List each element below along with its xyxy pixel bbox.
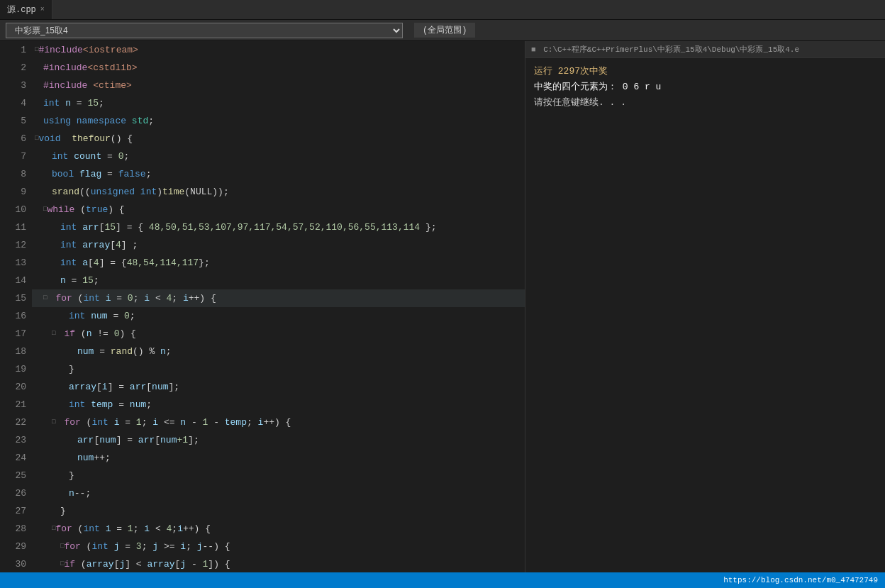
code-line-28: □ for (int i = 1; i < 4;i++) { (32, 520, 525, 538)
code-line-24: num++; (32, 449, 525, 467)
tab-filename: 源.cpp (7, 4, 36, 16)
code-line-21: int temp = num; (32, 396, 525, 414)
code-lines: □ #include<iostream> #include<cstdlib> #… (32, 41, 525, 572)
code-line-18: num = rand() % n; (32, 343, 525, 360)
code-line-12: int array[4] ; (32, 236, 525, 254)
code-line-20: array[i] = arr[num]; (32, 378, 525, 396)
terminal-panel: ■ C:\C++程序&C++PrimerPlus\中彩票_15取4\Debug\… (525, 41, 885, 572)
source-file-tab[interactable]: 源.cpp × (0, 0, 52, 19)
code-line-6: □ void thefour() { (32, 130, 525, 148)
tab-bar: 源.cpp × (0, 0, 885, 20)
fold-15[interactable]: □ (43, 289, 47, 307)
code-line-7: int count = 0; (32, 148, 525, 165)
code-line-23: arr[num] = arr[num+1]; (32, 431, 525, 449)
terminal-icon: ■ (531, 45, 536, 54)
code-line-4: int n = 15; (32, 94, 525, 112)
code-line-3: #include <ctime> (32, 77, 525, 94)
code-line-5: using namespace std; (32, 112, 525, 130)
fold-22[interactable]: □ (52, 414, 55, 431)
file-dropdown[interactable]: 中彩票_15取4 (6, 23, 403, 38)
code-line-17: □ if (n != 0) { (32, 325, 525, 343)
code-line-8: bool flag = false; (32, 165, 525, 183)
code-line-27: } (32, 502, 525, 520)
main-area: 1 2 3 4 5 6 7 8 9 10 11 12 13 14 15 16 1… (0, 41, 885, 572)
code-line-30: □ if (array[j] < array[j - 1]) { (32, 555, 525, 572)
code-line-19: } (32, 360, 525, 378)
code-line-14: n = 15; (32, 272, 525, 289)
code-line-13: int a[4] = {48,54,114,117}; (32, 254, 525, 272)
fold-17[interactable]: □ (52, 325, 55, 343)
terminal-header: ■ C:\C++程序&C++PrimerPlus\中彩票_15取4\Debug\… (525, 41, 885, 58)
scope-dropdown[interactable]: (全局范围) (414, 23, 475, 38)
code-line-1: □ #include<iostream> (32, 41, 525, 59)
code-content: 1 2 3 4 5 6 7 8 9 10 11 12 13 14 15 16 1… (0, 41, 525, 572)
line-numbers: 1 2 3 4 5 6 7 8 9 10 11 12 13 14 15 16 1… (0, 41, 32, 572)
terminal-line-2: 中奖的四个元素为： 0 6 r u (534, 79, 876, 95)
code-editor[interactable]: 1 2 3 4 5 6 7 8 9 10 11 12 13 14 15 16 1… (0, 41, 525, 572)
status-url: https://blog.csdn.net/m0_47472749 (723, 576, 878, 584)
code-line-15: □ for (int i = 0; i < 4; i++) { (32, 289, 525, 307)
code-line-26: n--; (32, 484, 525, 502)
terminal-path: C:\C++程序&C++PrimerPlus\中彩票_15取4\Debug\中彩… (543, 45, 799, 54)
code-line-29: □ for (int j = 3; j >= i; j--) { (32, 538, 525, 555)
terminal-line-3: 请按任意键继续. . . (534, 95, 876, 111)
toolbar: 中彩票_15取4 (全局范围) (0, 20, 885, 41)
tab-close-icon[interactable]: × (40, 6, 45, 13)
code-line-10: □ while (true) { (32, 201, 525, 218)
code-line-25: } (32, 467, 525, 484)
code-line-2: #include<cstdlib> (32, 59, 525, 77)
terminal-line-1: 运行 2297次中奖 (534, 64, 876, 79)
scope-label: (全局范围) (423, 26, 467, 35)
terminal-body[interactable]: 运行 2297次中奖 中奖的四个元素为： 0 6 r u 请按任意键继续. . … (525, 58, 885, 572)
code-line-22: □ for (int i = 1; i <= n - 1 - temp; i++… (32, 414, 525, 431)
code-line-9: srand((unsigned int)time(NULL)); (32, 183, 525, 201)
code-line-16: int num = 0; (32, 307, 525, 325)
status-bar: https://blog.csdn.net/m0_47472749 (0, 572, 885, 588)
code-line-11: int arr[15] = { 48,50,51,53,107,97,117,5… (32, 218, 525, 236)
